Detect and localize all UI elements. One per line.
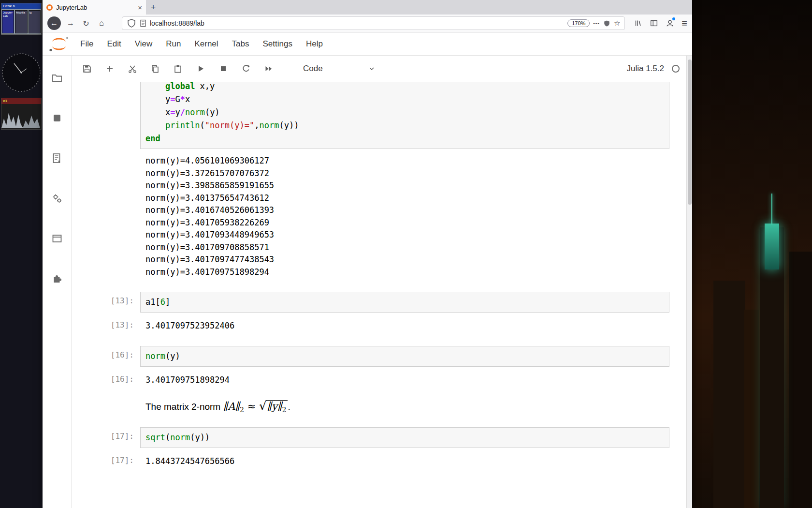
desktop-wallpaper	[692, 0, 812, 508]
menu-help[interactable]: Help	[299, 33, 330, 55]
code-editor[interactable]: sqrt(norm(y))	[140, 427, 669, 448]
menu-edit[interactable]: Edit	[100, 33, 128, 55]
code-editor[interactable]: norm(y)	[140, 346, 669, 367]
extension-manager-puzzle-icon[interactable]	[51, 273, 63, 284]
desktop: Desk 6 JupyterLab Mozilla lg v1	[0, 0, 812, 508]
jupyterlab-left-sidebar	[43, 56, 72, 508]
browser-scrollbar[interactable]	[686, 56, 692, 508]
menu-file[interactable]: File	[73, 33, 100, 55]
kernel-name[interactable]: Julia 1.5.2	[627, 64, 665, 74]
library-icon[interactable]	[634, 19, 642, 28]
code-cell: [17]:sqrt(norm(y))	[72, 427, 669, 448]
stream-output: norm(y)=4.056101069306127 norm(y)=3.3726…	[140, 155, 669, 278]
notification-dot	[672, 17, 675, 20]
back-button[interactable]: ←	[47, 16, 61, 30]
markdown-cell: The matrix 2-norm ∥A∥2 ≈ √∥y∥2.	[72, 399, 669, 414]
open-tabs-window-icon[interactable]	[51, 233, 63, 244]
pager-mini-window[interactable]: Mozilla	[15, 10, 27, 33]
cell-prompt	[72, 82, 140, 149]
result-output: 3.401709751898294	[140, 374, 669, 387]
pager-mini-window[interactable]: lg	[29, 10, 41, 33]
browser-tab-jupyterlab[interactable]: JupyterLab ×	[43, 0, 146, 15]
run-cell-icon[interactable]	[196, 64, 205, 74]
notebook-toolbar: Code Julia 1.5.2	[72, 56, 692, 82]
cell-type-value: Code	[303, 64, 323, 74]
url-bar[interactable]: localhost:8889/lab 170% ••• ☆	[122, 16, 625, 30]
menu-settings[interactable]: Settings	[256, 33, 299, 55]
menu-view[interactable]: View	[128, 33, 160, 55]
cell-type-dropdown[interactable]: Code	[303, 64, 376, 74]
file-browser-folder-icon[interactable]	[51, 72, 63, 84]
cell-prompt: [13]:	[72, 320, 140, 332]
building-silhouette	[744, 310, 759, 508]
output-row: [17]:1.8443724547656566	[72, 455, 669, 468]
chevron-down-icon	[368, 65, 376, 73]
tab-close-icon[interactable]: ×	[138, 3, 142, 12]
sidebar-toggle-icon[interactable]	[650, 19, 658, 28]
scrollbar-thumb[interactable]	[688, 60, 692, 205]
desktop-pager-window[interactable]: Desk 6 JupyterLab Mozilla lg	[1, 3, 42, 35]
waveform-icon	[1, 104, 41, 129]
reload-button[interactable]: ↻	[80, 19, 92, 28]
pager-body[interactable]: JupyterLab Mozilla lg	[1, 9, 41, 34]
menu-run[interactable]: Run	[159, 33, 188, 55]
paste-cells-icon[interactable]	[173, 64, 183, 74]
result-output: 3.4017097523952406	[140, 320, 669, 332]
tracking-shield-icon[interactable]	[127, 18, 136, 28]
pager-title: Desk 6	[1, 3, 41, 9]
interrupt-kernel-stop-icon[interactable]	[218, 64, 228, 74]
code-editor[interactable]: a1[6]	[140, 292, 669, 313]
cell-prompt	[72, 399, 140, 414]
browser-window: JupyterLab × + ← → ↻ ⌂ localhost:	[43, 0, 692, 508]
new-tab-button[interactable]: +	[146, 0, 160, 15]
page-info-icon[interactable]	[140, 19, 146, 27]
url-text[interactable]: localhost:8889/lab	[150, 19, 564, 27]
cut-cells-scissors-icon[interactable]	[128, 64, 137, 74]
kernel-status-circle-icon[interactable]	[672, 65, 680, 73]
notebook-panel: Code Julia 1.5.2 global x,y y=G*x x=y/no…	[72, 56, 692, 508]
page-actions-icon[interactable]: •••	[593, 21, 600, 26]
kernel-indicator[interactable]: Julia 1.5.2	[627, 64, 693, 74]
home-button[interactable]: ⌂	[96, 19, 107, 28]
restart-kernel-icon[interactable]	[241, 64, 251, 74]
building-silhouette	[713, 281, 745, 508]
cell-prompt: [17]:	[72, 455, 140, 468]
browser-toolbar: ← → ↻ ⌂ localhost:8889/lab 170% •••	[43, 15, 692, 32]
copy-cells-icon[interactable]	[150, 64, 160, 74]
building-silhouette	[789, 252, 812, 508]
zoom-indicator[interactable]: 170%	[567, 19, 590, 27]
output-row: norm(y)=4.056101069306127 norm(y)=3.3726…	[72, 155, 669, 278]
pager-mini-window[interactable]: JupyterLab	[2, 10, 14, 33]
notebook-content[interactable]: global x,y y=G*x x=y/norm(y) println("no…	[72, 82, 692, 508]
output-row: [16]:3.401709751898294	[72, 374, 669, 387]
browser-tab-bar: JupyterLab × +	[43, 0, 692, 15]
tab-title: JupyterLab	[56, 4, 134, 11]
audio-window-title: v1	[1, 98, 41, 104]
menu-hamburger-icon[interactable]: ≡	[682, 18, 687, 29]
menu-kernel[interactable]: Kernel	[188, 33, 225, 55]
code-cell: [16]:norm(y)	[72, 346, 669, 367]
run-all-fast-forward-icon[interactable]	[264, 64, 274, 74]
jupyterlab-menu-bar: File Edit View Run Kernel Tabs Settings …	[43, 32, 692, 56]
code-cell: [13]:a1[6]	[72, 292, 669, 313]
result-output: 1.8443724547656566	[140, 455, 669, 468]
jupyter-favicon-icon	[46, 4, 53, 11]
bookmark-star-icon[interactable]: ☆	[614, 19, 620, 28]
account-button[interactable]	[666, 19, 674, 28]
clock-face-icon	[1, 49, 42, 96]
jupyter-logo-icon	[48, 35, 70, 53]
command-palette-icon[interactable]	[51, 152, 63, 164]
menu-tabs[interactable]: Tabs	[225, 33, 256, 55]
property-inspector-gears-icon[interactable]	[51, 193, 63, 204]
output-row: [13]:3.4017097523952406	[72, 320, 669, 332]
save-icon[interactable]	[82, 64, 92, 74]
code-cell: global x,y y=G*x x=y/norm(y) println("no…	[72, 82, 669, 149]
desktop-audio-window[interactable]: v1	[1, 98, 42, 130]
code-editor[interactable]: global x,y y=G*x x=y/norm(y) println("no…	[140, 82, 669, 149]
forward-button[interactable]: →	[65, 19, 76, 28]
desktop-left-panel: Desk 6 JupyterLab Mozilla lg v1	[0, 0, 43, 508]
pocket-shield-icon[interactable]	[603, 20, 610, 27]
empire-state-building	[760, 227, 784, 508]
add-cell-icon[interactable]	[105, 64, 115, 74]
running-kernels-stop-icon[interactable]	[51, 112, 63, 124]
